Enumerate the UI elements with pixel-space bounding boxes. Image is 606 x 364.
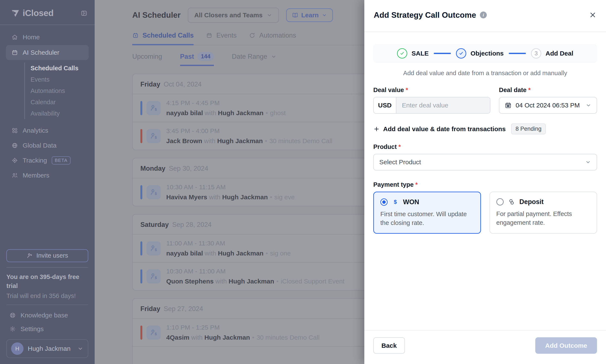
- group-day: Friday: [140, 305, 160, 312]
- home-icon: [12, 34, 18, 40]
- sidebar-submenu: Scheduled Calls Events Automations Calen…: [24, 63, 89, 119]
- life-ring-icon: [9, 312, 16, 318]
- svg-text:$: $: [155, 332, 157, 336]
- chevron-down-icon: [585, 102, 592, 108]
- with-label: with: [205, 250, 216, 257]
- call-participants: Haviva Myers with Hugh Jackman•sig eve: [166, 194, 295, 201]
- deal-date-value: 04 Oct 2024 06:53 PM: [516, 102, 580, 109]
- deal-date-picker[interactable]: 04 Oct 2024 06:53 PM: [499, 97, 597, 114]
- deal-fields: Deal value* USD Deal date* 04 Oct 2024 0…: [373, 87, 597, 114]
- user-dollar-icon: $: [146, 101, 161, 115]
- host-name: Hugh Jackman: [204, 334, 250, 341]
- book-icon: [292, 12, 298, 18]
- group-day: Monday: [140, 165, 165, 172]
- user-name: Hugh Jackman: [28, 345, 70, 352]
- subtab-date-range[interactable]: Date Range: [232, 53, 277, 65]
- radio-unselected-icon[interactable]: [496, 198, 504, 206]
- avatar: H: [11, 342, 24, 355]
- subtab-label: Date Range: [232, 53, 267, 60]
- product-select-value: Select Product: [379, 158, 421, 166]
- sidebar-item-ai-scheduler[interactable]: AI Scheduler: [6, 45, 89, 60]
- sidebar-item-tracking[interactable]: Tracking BETA: [6, 153, 89, 168]
- subtab-upcoming[interactable]: Upcoming: [132, 53, 162, 65]
- sidebar-item-knowledge-base[interactable]: Knowledge base: [0, 309, 95, 322]
- tab-scheduled-calls[interactable]: Scheduled Calls: [132, 32, 194, 45]
- sidebar-links: Knowledge base Settings: [0, 309, 95, 336]
- invite-users-button[interactable]: Invite users: [6, 249, 88, 262]
- gear-icon: [9, 326, 16, 332]
- submenu-automations[interactable]: Automations: [31, 85, 89, 97]
- sidebar-item-members[interactable]: Members: [6, 168, 89, 183]
- radio-selected-icon[interactable]: [380, 198, 388, 206]
- step-label: SALE: [411, 50, 429, 57]
- call-time: 10:30 AM - 11:00 AM: [166, 268, 344, 275]
- trial-subtitle: Trial will end in 356 days!: [6, 292, 88, 299]
- submenu-events[interactable]: Events: [31, 74, 89, 85]
- team-filter-dropdown[interactable]: All Closers and Teams: [188, 8, 279, 23]
- user-menu[interactable]: H Hugh Jackman: [6, 339, 88, 358]
- modal-header: Add Strategy Call Outcome i: [364, 0, 606, 32]
- learn-button[interactable]: Learn: [286, 8, 333, 22]
- user-dollar-icon: $: [146, 185, 161, 199]
- user-dollar-icon: $: [146, 129, 161, 143]
- svg-text:$: $: [394, 199, 397, 205]
- modal-subtitle: Add deal value and date from a transacti…: [373, 70, 597, 77]
- event-type: 30 minutes Demo Call: [269, 137, 332, 144]
- chevron-down-icon: [322, 13, 327, 18]
- submenu-calendar[interactable]: Calendar: [31, 97, 89, 108]
- back-button[interactable]: Back: [373, 337, 405, 354]
- chevron-down-icon: [271, 54, 277, 60]
- product-select[interactable]: Select Product: [373, 154, 597, 170]
- calendar-icon: [12, 49, 18, 56]
- sidebar-item-settings[interactable]: Settings: [0, 322, 95, 336]
- sidebar-item-label: Settings: [21, 325, 44, 333]
- payment-option-won[interactable]: $ WON First time customer. Will update t…: [373, 192, 481, 234]
- payment-option-deposit[interactable]: Deposit For partial payment. Effects eng…: [489, 192, 597, 234]
- deal-value-input[interactable]: [396, 97, 490, 113]
- sidebar-item-label: Knowledge base: [21, 312, 68, 319]
- close-icon[interactable]: [589, 11, 597, 19]
- sidebar-collapse-icon[interactable]: [80, 10, 87, 17]
- host-name: Hugh Jackman: [218, 109, 263, 117]
- subtab-past[interactable]: Past 144: [180, 52, 214, 66]
- step-connector: [434, 53, 451, 54]
- add-from-transactions-link[interactable]: Add deal value & date from transactions …: [373, 123, 597, 134]
- add-outcome-button[interactable]: Add Outcome: [535, 337, 597, 354]
- sidebar-item-label: Global Data: [23, 142, 56, 149]
- with-label: with: [215, 278, 227, 285]
- info-icon[interactable]: i: [480, 12, 487, 18]
- step-current-check-icon: [456, 48, 466, 59]
- required-mark: *: [415, 181, 418, 188]
- group-date: Sep 30, 2024: [169, 165, 208, 172]
- event-type: ghost: [270, 109, 286, 117]
- svg-text:$: $: [155, 107, 157, 111]
- step-objections: Objections: [456, 48, 504, 59]
- user-dollar-icon: $: [146, 241, 161, 256]
- separator: •: [252, 334, 254, 341]
- sidebar-item-global-data[interactable]: Global Data: [6, 138, 89, 153]
- modal-title: Add Strategy Call Outcome: [374, 11, 476, 20]
- tab-events[interactable]: Events: [206, 32, 237, 45]
- sidebar-item-home[interactable]: Home: [6, 31, 89, 44]
- required-mark: *: [406, 87, 408, 93]
- svg-text:$: $: [155, 248, 157, 251]
- separator: •: [276, 278, 279, 285]
- step-connector: [509, 53, 526, 54]
- status-bar: [140, 325, 142, 340]
- app-screen: iClosed Home AI Scheduler Scheduled Call…: [0, 0, 606, 364]
- event-type: sig one: [270, 250, 291, 257]
- separator: •: [265, 137, 267, 144]
- host-name: Hugh Jackman: [218, 250, 263, 257]
- members-icon: [12, 172, 18, 179]
- event-type: sig eve: [274, 194, 295, 201]
- tab-automations[interactable]: Automations: [249, 32, 296, 45]
- submenu-scheduled-calls[interactable]: Scheduled Calls: [31, 63, 89, 74]
- event-type: 30 minutes Demo Call: [256, 334, 319, 341]
- sidebar-item-analytics[interactable]: Analytics: [6, 123, 89, 138]
- tab-label: Scheduled Calls: [143, 32, 194, 39]
- guest-name: Haviva Myers: [166, 194, 207, 201]
- sync-icon: [249, 32, 255, 39]
- submenu-availability[interactable]: Availability: [31, 108, 89, 119]
- payment-option-title: Deposit: [519, 198, 544, 206]
- guest-name: nayyab bilal: [166, 109, 203, 117]
